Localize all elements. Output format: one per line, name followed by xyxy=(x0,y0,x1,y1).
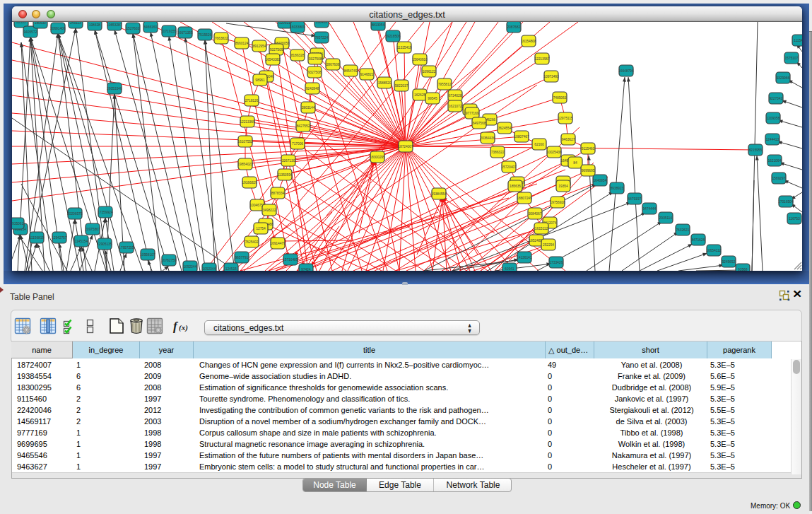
svg-text:3498222: 3498222 xyxy=(263,209,276,212)
svg-text:8660124: 8660124 xyxy=(235,42,249,45)
svg-text:1575107: 1575107 xyxy=(785,57,799,60)
svg-text:12942757: 12942757 xyxy=(52,236,67,240)
svg-text:20364436: 20364436 xyxy=(480,136,495,140)
svg-text:17359924: 17359924 xyxy=(98,211,113,214)
svg-text:2935114: 2935114 xyxy=(659,216,673,220)
svg-text:12754: 12754 xyxy=(256,227,266,230)
svg-text:1527602: 1527602 xyxy=(126,27,140,30)
svg-text:717006: 717006 xyxy=(292,142,303,146)
svg-text:7386322: 7386322 xyxy=(491,151,505,154)
svg-text:19384554: 19384554 xyxy=(431,192,447,196)
svg-text:162625: 162625 xyxy=(414,93,425,97)
svg-text:19854023: 19854023 xyxy=(237,163,253,166)
svg-text:6479197: 6479197 xyxy=(628,197,642,201)
svg-text:16914479: 16914479 xyxy=(270,242,286,245)
svg-text:7515526: 7515526 xyxy=(199,33,212,37)
svg-text:9405572: 9405572 xyxy=(24,30,37,34)
svg-text:166409: 166409 xyxy=(316,22,327,24)
svg-text:1640954: 1640954 xyxy=(594,179,607,182)
svg-text:8878334: 8878334 xyxy=(271,192,285,195)
svg-text:1145154: 1145154 xyxy=(75,240,88,243)
svg-text:62160: 62160 xyxy=(534,143,544,146)
svg-text:16154808: 16154808 xyxy=(521,40,536,43)
svg-text:2803144: 2803144 xyxy=(302,106,315,110)
svg-text:1096122: 1096122 xyxy=(423,70,436,74)
svg-text:1733426: 1733426 xyxy=(550,261,563,264)
svg-text:9474444: 9474444 xyxy=(643,207,657,211)
svg-text:11353594: 11353594 xyxy=(278,173,293,177)
svg-text:1621064: 1621064 xyxy=(768,159,782,163)
svg-text:2867608: 2867608 xyxy=(326,63,340,66)
svg-text:1569297: 1569297 xyxy=(772,177,786,180)
svg-text:98961: 98961 xyxy=(255,78,265,82)
svg-text:16671355: 16671355 xyxy=(177,31,193,35)
svg-text:7485063: 7485063 xyxy=(553,96,567,100)
svg-text:108428: 108428 xyxy=(89,23,100,27)
svg-text:8938923: 8938923 xyxy=(611,187,624,190)
svg-text:120921: 120921 xyxy=(279,22,290,25)
svg-text:9146821: 9146821 xyxy=(360,73,374,76)
svg-text:11325419: 11325419 xyxy=(397,46,412,49)
svg-text:1092344: 1092344 xyxy=(203,267,216,271)
svg-text:9329966: 9329966 xyxy=(777,76,790,80)
svg-text:10958107: 10958107 xyxy=(140,253,155,257)
svg-text:19756928: 19756928 xyxy=(550,201,565,204)
svg-text:93568: 93568 xyxy=(738,268,748,271)
svg-text:20691406: 20691406 xyxy=(50,27,66,30)
svg-text:9327509: 9327509 xyxy=(270,48,283,52)
svg-text:97424: 97424 xyxy=(301,268,311,271)
svg-text:19354: 19354 xyxy=(558,185,568,188)
svg-text:17957255: 17957255 xyxy=(119,246,134,250)
svg-text:7955812: 7955812 xyxy=(438,83,452,86)
svg-text:9227342: 9227342 xyxy=(770,97,783,100)
svg-text:15640910: 15640910 xyxy=(412,58,428,62)
svg-text:99545: 99545 xyxy=(428,97,437,100)
svg-text:16543382: 16543382 xyxy=(265,58,281,62)
svg-text:11156819: 11156819 xyxy=(30,236,45,240)
svg-text:18807249: 18807249 xyxy=(517,197,532,200)
svg-text:6497568: 6497568 xyxy=(473,122,486,125)
svg-text:16648794: 16648794 xyxy=(618,69,634,73)
svg-text:f: f xyxy=(173,320,179,333)
svg-text:7663822: 7663822 xyxy=(215,37,228,40)
svg-text:1588520: 1588520 xyxy=(378,81,392,85)
svg-text:15716485: 15716485 xyxy=(283,258,298,262)
svg-text:12975115: 12975115 xyxy=(558,117,573,120)
svg-text:20975867: 20975867 xyxy=(85,228,100,231)
svg-text:10025438: 10025438 xyxy=(546,151,562,154)
svg-text:6734028: 6734028 xyxy=(449,94,462,98)
svg-text:8215955: 8215955 xyxy=(749,148,763,152)
svg-text:3624554: 3624554 xyxy=(498,127,512,130)
svg-text:9463627: 9463627 xyxy=(562,138,575,141)
svg-text:9657791: 9657791 xyxy=(235,256,249,259)
svg-text:7857224: 7857224 xyxy=(315,36,329,40)
svg-text:16782759: 16782759 xyxy=(161,259,177,262)
svg-text:5822037: 5822037 xyxy=(395,84,408,88)
svg-text:1615112: 1615112 xyxy=(535,227,548,230)
svg-text:10654112: 10654112 xyxy=(707,249,722,252)
svg-text:9115460: 9115460 xyxy=(582,147,595,151)
svg-text:3084067: 3084067 xyxy=(529,212,542,216)
svg-text:2718126: 2718126 xyxy=(245,99,259,103)
svg-text:19218506: 19218506 xyxy=(385,35,401,38)
svg-text:7632621: 7632621 xyxy=(676,228,690,232)
svg-text:9777169: 9777169 xyxy=(466,112,479,115)
svg-text:3267130: 3267130 xyxy=(282,159,295,163)
svg-text:16033809: 16033809 xyxy=(290,25,305,29)
svg-text:9242848: 9242848 xyxy=(306,87,319,90)
svg-text:243113: 243113 xyxy=(70,22,81,25)
svg-text:1209358: 1209358 xyxy=(767,117,780,120)
svg-text:124515: 124515 xyxy=(225,267,237,271)
svg-text:12213967: 12213967 xyxy=(534,57,550,61)
svg-text:8427552: 8427552 xyxy=(297,124,310,128)
svg-text:10973493: 10973493 xyxy=(543,75,559,78)
svg-text:12213369: 12213369 xyxy=(240,120,255,124)
svg-text:6466160: 6466160 xyxy=(144,25,158,29)
svg-text:7625402: 7625402 xyxy=(245,240,259,244)
svg-text:16107552: 16107552 xyxy=(237,140,253,144)
svg-text:18300295: 18300295 xyxy=(370,156,385,159)
svg-text:252254: 252254 xyxy=(543,243,554,247)
svg-text:1244413: 1244413 xyxy=(766,138,779,141)
svg-text:116753: 116753 xyxy=(789,217,800,221)
svg-text:2087682: 2087682 xyxy=(507,25,521,29)
